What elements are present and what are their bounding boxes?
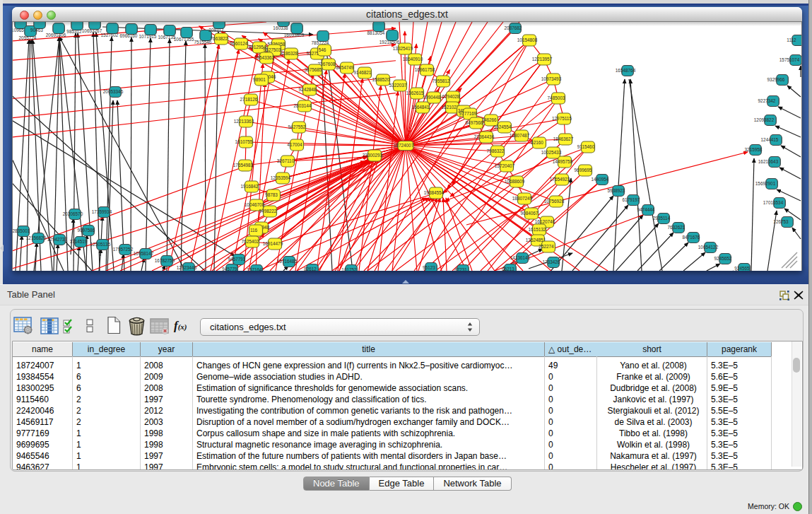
svg-text:9427552: 9427552 <box>288 124 306 129</box>
svg-text:15716485: 15716485 <box>277 259 298 264</box>
svg-text:18724007: 18724007 <box>394 143 414 148</box>
svg-text:9242848: 9242848 <box>299 87 317 92</box>
svg-text:16210643: 16210643 <box>758 159 779 164</box>
svg-text:16120746: 16120746 <box>535 219 555 224</box>
svg-text:3675685: 3675685 <box>305 67 322 72</box>
svg-text:7632621: 7632621 <box>668 225 686 230</box>
svg-text:17654983: 17654983 <box>233 163 254 168</box>
svg-text:9146821: 9146821 <box>354 70 372 75</box>
svg-text:20053346: 20053346 <box>103 89 124 94</box>
svg-text:87231: 87231 <box>454 267 467 271</box>
svg-text:12975115: 12975115 <box>552 116 572 121</box>
svg-text:6794028: 6794028 <box>442 94 460 99</box>
svg-text:9115460: 9115460 <box>577 144 595 149</box>
svg-text:9329966: 9329966 <box>767 77 785 82</box>
svg-text:7663822: 7663822 <box>211 36 228 41</box>
svg-text:90463: 90463 <box>30 28 43 33</box>
svg-text:2835001: 2835001 <box>13 228 30 233</box>
svg-text:6497568: 6497568 <box>466 120 483 125</box>
svg-text:945779: 945779 <box>222 267 237 271</box>
svg-text:2087682: 2087682 <box>505 25 522 30</box>
svg-text:1362615: 1362615 <box>406 90 424 95</box>
svg-text:10973493: 10973493 <box>541 76 562 81</box>
svg-text:985312: 985312 <box>66 29 82 34</box>
svg-text:16548764: 16548764 <box>616 68 636 73</box>
svg-text:1244415: 1244415 <box>761 137 779 142</box>
svg-text:82612: 82612 <box>304 267 317 271</box>
svg-text:7485003: 7485003 <box>548 95 565 100</box>
svg-text:10046708: 10046708 <box>245 202 265 207</box>
svg-text:62160: 62160 <box>531 140 543 145</box>
svg-text:924565: 924565 <box>734 266 750 271</box>
svg-text:98783: 98783 <box>265 192 278 197</box>
svg-text:12942737: 12942737 <box>47 237 68 242</box>
svg-text:9245652: 9245652 <box>714 256 732 261</box>
svg-text:5322037: 5322037 <box>389 83 407 88</box>
svg-text:17654923: 17654923 <box>550 177 570 182</box>
svg-text:1071915: 1071915 <box>139 34 157 39</box>
svg-text:16033809: 16033809 <box>284 33 305 37</box>
svg-text:2935114: 2935114 <box>653 216 671 221</box>
svg-text:252274: 252274 <box>539 244 554 249</box>
svg-text:14136141: 14136141 <box>510 255 531 260</box>
svg-text:95123: 95123 <box>423 265 435 270</box>
svg-text:9498222: 9498222 <box>259 209 277 214</box>
svg-text:1990448: 1990448 <box>423 95 441 100</box>
svg-text:6179197: 6179197 <box>623 197 640 202</box>
svg-text:160338: 160338 <box>273 25 288 30</box>
svg-text:6966160: 6966160 <box>120 33 138 38</box>
svg-text:17957252: 17957252 <box>113 247 134 252</box>
svg-text:7625402: 7625402 <box>242 239 259 244</box>
svg-text:10025433: 10025433 <box>541 150 562 155</box>
svg-text:1112: 1112 <box>787 37 796 42</box>
svg-text:12505135: 12505135 <box>90 242 111 247</box>
svg-text:15692901: 15692901 <box>755 181 776 186</box>
svg-text:9699695: 9699695 <box>575 168 592 173</box>
svg-text:13325419: 13325419 <box>393 46 413 51</box>
svg-text:10958147: 10958147 <box>134 251 154 256</box>
svg-text:9474444: 9474444 <box>637 207 655 212</box>
svg-text:3267110: 3267110 <box>277 158 295 163</box>
svg-text:14495758: 14495758 <box>553 159 573 164</box>
svg-text:17016534: 17016534 <box>763 200 784 205</box>
svg-text:98901: 98901 <box>253 77 266 82</box>
svg-text:3215958: 3215958 <box>745 147 763 152</box>
svg-text:9084067: 9084067 <box>521 211 539 216</box>
svg-text:18463627: 18463627 <box>553 136 574 141</box>
svg-text:12923446: 12923446 <box>177 265 197 270</box>
svg-text:8186328: 8186328 <box>281 51 298 56</box>
svg-text:116: 116 <box>250 228 258 233</box>
svg-text:1527602: 1527602 <box>101 33 119 37</box>
svg-text:7955812: 7955812 <box>433 78 450 83</box>
svg-text:1610755: 1610755 <box>235 139 253 144</box>
svg-text:9777169: 9777169 <box>459 111 477 116</box>
svg-text:15720407: 15720407 <box>495 163 515 168</box>
svg-text:209317: 209317 <box>208 28 224 33</box>
svg-text:101752: 101752 <box>341 267 357 271</box>
svg-text:18807249: 18807249 <box>512 196 533 201</box>
svg-text:12093822: 12093822 <box>754 117 775 122</box>
svg-text:7515546: 7515546 <box>194 40 212 45</box>
svg-text:417004: 417004 <box>287 142 302 147</box>
svg-text:10756928: 10756928 <box>544 199 565 204</box>
svg-text:9457791: 9457791 <box>228 257 246 262</box>
svg-text:12213957: 12213957 <box>532 57 553 62</box>
svg-text:10154808: 10154808 <box>517 37 538 42</box>
svg-text:10807487: 10807487 <box>510 133 530 138</box>
svg-text:8471676: 8471676 <box>683 235 700 240</box>
svg-text:2055724: 2055724 <box>19 35 37 40</box>
svg-text:16543362: 16543362 <box>254 55 275 60</box>
svg-text:17359934: 17359934 <box>92 209 112 214</box>
svg-text:16961758: 16961758 <box>415 67 435 72</box>
svg-text:10671355: 10671355 <box>174 37 194 42</box>
svg-text:19218506: 19218506 <box>379 40 400 45</box>
svg-text:1588520: 1588520 <box>372 77 390 82</box>
svg-text:10653267: 10653267 <box>82 28 102 33</box>
svg-text:19384554: 19384554 <box>424 190 445 195</box>
svg-text:3624554: 3624554 <box>494 124 512 129</box>
svg-text:12213363: 12213363 <box>234 119 254 124</box>
svg-text:21364436: 21364436 <box>474 134 495 139</box>
svg-text:1440954: 1440954 <box>592 177 609 182</box>
svg-text:1615132: 1615132 <box>529 227 546 232</box>
svg-text:10654122: 10654122 <box>698 245 719 250</box>
